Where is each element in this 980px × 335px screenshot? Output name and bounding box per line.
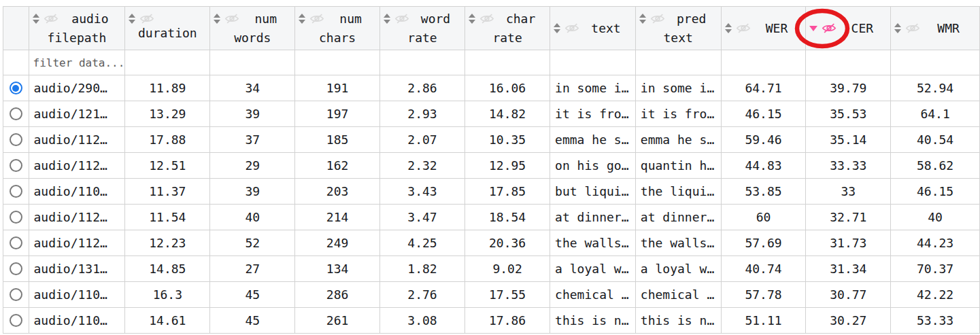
cell-wer[interactable]: 46.15 xyxy=(721,101,806,127)
cell-char-rate[interactable]: 17.86 xyxy=(465,308,550,334)
cell-num-words[interactable]: 52 xyxy=(210,230,295,256)
cell-audio-filepath[interactable]: audio/112… xyxy=(29,127,125,153)
cell-audio-filepath[interactable]: audio/131… xyxy=(29,256,125,282)
cell-wmr[interactable]: 70.37 xyxy=(891,256,980,282)
filter-input-audio-filepath[interactable]: filter data... xyxy=(29,50,125,75)
cell-wmr[interactable]: 40 xyxy=(891,205,980,230)
cell-wmr[interactable]: 64.1 xyxy=(891,101,980,127)
eye-slash-icon[interactable] xyxy=(650,14,665,24)
row-select-radio[interactable] xyxy=(10,107,22,120)
cell-pred-text[interactable]: in some i… xyxy=(635,75,721,101)
cell-num-chars[interactable]: 162 xyxy=(295,153,380,179)
cell-text[interactable]: a loyal w… xyxy=(550,256,636,282)
cell-num-words[interactable]: 27 xyxy=(210,256,295,282)
row-select-radio[interactable] xyxy=(10,236,22,249)
cell-num-chars[interactable]: 286 xyxy=(295,282,380,308)
cell-wer[interactable]: 51.11 xyxy=(721,308,806,334)
cell-char-rate[interactable]: 18.54 xyxy=(465,205,550,230)
cell-num-words[interactable]: 39 xyxy=(210,101,295,127)
row-select-radio[interactable] xyxy=(10,159,22,172)
cell-pred-text[interactable]: this is n… xyxy=(635,308,721,334)
cell-duration[interactable]: 17.88 xyxy=(125,127,210,153)
cell-wmr[interactable]: 44.23 xyxy=(891,230,980,256)
cell-wer[interactable]: 40.74 xyxy=(721,256,806,282)
cell-wmr[interactable]: 52.94 xyxy=(891,75,980,101)
cell-wmr[interactable]: 42.22 xyxy=(891,282,980,308)
sort-arrows-icon[interactable] xyxy=(554,23,560,33)
filter-input-duration[interactable] xyxy=(125,50,210,75)
sort-arrows-icon[interactable] xyxy=(33,14,39,24)
cell-text[interactable]: in some i… xyxy=(550,75,636,101)
cell-pred-text[interactable]: a loyal w… xyxy=(635,256,721,282)
cell-audio-filepath[interactable]: audio/290… xyxy=(29,75,125,101)
cell-cer[interactable]: 31.73 xyxy=(806,230,891,256)
cell-char-rate[interactable]: 9.02 xyxy=(465,256,550,282)
cell-duration[interactable]: 16.3 xyxy=(125,282,210,308)
cell-num-chars[interactable]: 249 xyxy=(295,230,380,256)
cell-cer[interactable]: 33.33 xyxy=(806,153,891,179)
cell-char-rate[interactable]: 16.06 xyxy=(465,75,550,101)
cell-audio-filepath[interactable]: audio/110… xyxy=(29,308,125,334)
row-select-radio[interactable] xyxy=(10,314,22,327)
sort-arrows-icon[interactable] xyxy=(469,14,475,24)
cell-cer[interactable]: 39.79 xyxy=(806,75,891,101)
cell-char-rate[interactable]: 17.55 xyxy=(465,282,550,308)
sort-arrows-icon[interactable] xyxy=(214,14,220,24)
cell-char-rate[interactable]: 12.95 xyxy=(465,153,550,179)
cell-text[interactable]: at dinner… xyxy=(550,205,636,230)
cell-num-chars[interactable]: 214 xyxy=(295,205,380,230)
cell-num-chars[interactable]: 134 xyxy=(295,256,380,282)
cell-audio-filepath[interactable]: audio/112… xyxy=(29,205,125,230)
cell-wer[interactable]: 53.85 xyxy=(721,179,806,205)
row-select-radio[interactable] xyxy=(10,185,22,198)
cell-text[interactable]: emma he s… xyxy=(550,127,636,153)
cell-wer[interactable]: 44.83 xyxy=(721,153,806,179)
cell-wmr[interactable]: 53.33 xyxy=(891,308,980,334)
cell-word-rate[interactable]: 1.82 xyxy=(379,256,464,282)
sort-arrows-icon[interactable] xyxy=(639,14,646,24)
cell-num-chars[interactable]: 185 xyxy=(295,127,380,153)
filter-input-pred-text[interactable] xyxy=(635,50,721,75)
cell-pred-text[interactable]: the liqui… xyxy=(635,179,721,205)
cell-audio-filepath[interactable]: audio/112… xyxy=(29,230,125,256)
cell-word-rate[interactable]: 3.08 xyxy=(379,308,464,334)
row-select-radio[interactable] xyxy=(10,262,22,275)
cell-pred-text[interactable]: the walls… xyxy=(635,230,721,256)
cell-num-chars[interactable]: 191 xyxy=(295,75,380,101)
filter-input-cer[interactable] xyxy=(806,50,891,75)
eye-slash-icon[interactable] xyxy=(822,23,837,33)
filter-input-char-rate[interactable] xyxy=(465,50,550,75)
row-select-radio[interactable] xyxy=(10,211,22,224)
cell-char-rate[interactable]: 10.35 xyxy=(465,127,550,153)
cell-duration[interactable]: 14.61 xyxy=(125,308,210,334)
cell-word-rate[interactable]: 3.47 xyxy=(379,205,464,230)
cell-cer[interactable]: 35.53 xyxy=(806,101,891,127)
cell-word-rate[interactable]: 3.43 xyxy=(379,179,464,205)
cell-char-rate[interactable]: 17.85 xyxy=(465,179,550,205)
cell-text[interactable]: but liqui… xyxy=(550,179,636,205)
eye-slash-icon[interactable] xyxy=(309,14,324,24)
cell-pred-text[interactable]: it is fro… xyxy=(635,101,721,127)
cell-duration[interactable]: 14.85 xyxy=(125,256,210,282)
sort-desc-icon[interactable] xyxy=(809,26,817,31)
sort-arrows-icon[interactable] xyxy=(129,14,135,24)
row-select-radio[interactable] xyxy=(10,133,22,146)
cell-char-rate[interactable]: 20.36 xyxy=(465,230,550,256)
row-select-radio[interactable] xyxy=(10,82,22,94)
cell-audio-filepath[interactable]: audio/112… xyxy=(29,153,125,179)
cell-audio-filepath[interactable]: audio/110… xyxy=(29,179,125,205)
cell-cer[interactable]: 35.14 xyxy=(806,127,891,153)
cell-num-chars[interactable]: 203 xyxy=(295,179,380,205)
cell-wer[interactable]: 57.69 xyxy=(721,230,806,256)
filter-input-word-rate[interactable] xyxy=(379,50,464,75)
filter-input-wmr[interactable] xyxy=(891,50,980,75)
sort-arrows-icon[interactable] xyxy=(384,14,390,24)
eye-slash-icon[interactable] xyxy=(44,14,58,24)
cell-text[interactable]: chemical … xyxy=(550,282,636,308)
cell-text[interactable]: this is n… xyxy=(550,308,636,334)
cell-text[interactable]: on his go… xyxy=(550,153,636,179)
cell-num-words[interactable]: 45 xyxy=(210,282,295,308)
cell-num-chars[interactable]: 261 xyxy=(295,308,380,334)
cell-text[interactable]: the walls… xyxy=(550,230,636,256)
cell-num-words[interactable]: 45 xyxy=(210,308,295,334)
